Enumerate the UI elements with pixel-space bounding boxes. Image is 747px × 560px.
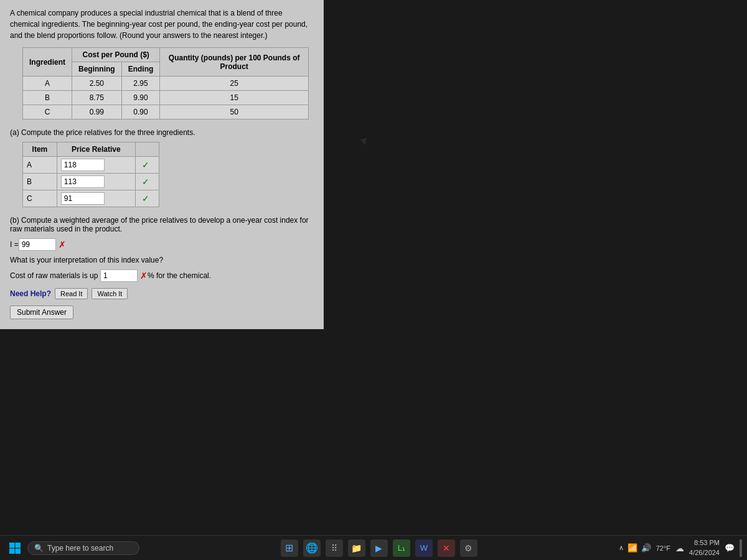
windows-icon [9, 542, 21, 554]
check-cell-a: ✓ [135, 157, 159, 174]
taskbar-icon-l1[interactable]: L₁ [393, 539, 410, 557]
part-a-label: (a) Compute the price relatives for the … [10, 128, 314, 137]
edge-icon: 🌐 [306, 542, 318, 554]
word-icon: W [420, 543, 428, 553]
taskbar-icon-x[interactable]: ✕ [438, 539, 455, 557]
quantity-a: 25 [160, 77, 309, 91]
search-placeholder: Type here to search [47, 544, 113, 553]
check-icon-c: ✓ [142, 194, 149, 203]
chevron-up-icon[interactable]: ∧ [619, 544, 624, 552]
taskbar-icon-media[interactable]: ▶ [370, 539, 388, 557]
price-input-b[interactable] [61, 175, 105, 188]
need-help-row: Need Help? Read It Watch It [10, 288, 314, 299]
x-app-icon: ✕ [443, 543, 450, 553]
quantity-c: 50 [160, 105, 309, 119]
i-value-row: I = ✗ [10, 238, 314, 251]
ending-a: 2.95 [121, 77, 160, 91]
svg-rect-1 [16, 543, 21, 548]
part-b-label: (b) Compute a weighted average of the pr… [10, 216, 314, 233]
beginning-b: 8.75 [72, 91, 122, 105]
cost-prefix-label: Cost of raw materials is up [10, 271, 98, 280]
time-display: 8:53 PM [689, 538, 720, 548]
beginning-a: 2.50 [72, 77, 122, 91]
read-it-button[interactable]: Read It [55, 288, 88, 299]
col-ending: Ending [121, 62, 160, 77]
data-table: Ingredient Cost per Pound ($) Quantity (… [22, 47, 309, 119]
speaker-icon: 🔊 [641, 543, 651, 553]
svg-rect-2 [9, 548, 15, 554]
gear-icon: ⚙ [464, 543, 472, 553]
quantity-b: 15 [160, 91, 309, 105]
taskbar: 🔍 Type here to search ⊞ 🌐 ⠿ 📁 ▶ L₁ [0, 535, 747, 560]
submit-button[interactable]: Submit Answer [10, 306, 73, 319]
price-col-relative: Price Relative [57, 142, 135, 157]
time-date-display: 8:53 PM 4/26/2024 [689, 538, 720, 558]
svg-rect-3 [16, 548, 21, 554]
col-ingredient: Ingredient [23, 48, 72, 77]
col-beginning: Beginning [72, 62, 122, 77]
price-input-cell-b [57, 174, 135, 190]
apps-icon: ⠿ [331, 543, 337, 553]
cloud-icon: ☁ [675, 543, 684, 553]
notification-icon[interactable]: 💬 [725, 543, 735, 553]
taskbar-app-icons: ⊞ 🌐 ⠿ 📁 ▶ L₁ W ✕ ⚙ [281, 539, 477, 557]
beginning-c: 0.99 [72, 105, 122, 119]
price-row-b: B ✓ [23, 174, 159, 190]
start-button[interactable] [5, 538, 25, 558]
price-input-cell-c [57, 190, 135, 207]
check-cell-c: ✓ [135, 190, 159, 207]
price-item-c: C [23, 190, 57, 207]
l1-icon: L₁ [398, 544, 405, 553]
price-col-status [135, 142, 159, 157]
i-x-icon: ✗ [59, 240, 66, 250]
col-cost-header: Cost per Pound ($) [72, 48, 160, 62]
taskbar-icon-edge[interactable]: 🌐 [303, 539, 321, 557]
search-icon: 🔍 [34, 544, 44, 553]
table-row: C 0.99 0.90 50 [23, 105, 309, 119]
table-row: B 8.75 9.90 15 [23, 91, 309, 105]
price-col-item: Item [23, 142, 57, 157]
check-icon-a: ✓ [142, 160, 149, 170]
interpretation-label: What is your interpretation of this inde… [10, 256, 314, 264]
price-item-b: B [23, 174, 57, 190]
price-row-a: A ✓ [23, 157, 159, 174]
table-row: A 2.50 2.95 25 [23, 77, 309, 91]
taskbar-right: ∧ 📶 🔊 72°F ☁ 8:53 PM 4/26/2024 💬 [619, 538, 742, 558]
watch-it-button[interactable]: Watch It [92, 288, 128, 299]
ending-c: 0.90 [121, 105, 160, 119]
taskbar-icon-word[interactable]: W [415, 539, 433, 557]
ingredient-a: A [23, 77, 72, 91]
problem-text: A chemical company produces a special in… [10, 7, 314, 41]
taskbar-icon-desktop[interactable]: ⊞ [281, 539, 298, 557]
taskbar-icon-apps[interactable]: ⠿ [326, 539, 343, 557]
show-desktop-icon[interactable] [740, 539, 742, 557]
price-row-c: C ✓ [23, 190, 159, 207]
need-help-label: Need Help? [10, 289, 51, 298]
cost-suffix-label: % for the chemical. [148, 271, 211, 280]
price-item-a: A [23, 157, 57, 174]
ingredient-b: B [23, 91, 72, 105]
price-input-c[interactable] [61, 192, 105, 205]
check-cell-b: ✓ [135, 174, 159, 190]
svg-rect-0 [9, 543, 15, 548]
temperature-display: 72°F [656, 544, 670, 552]
desktop-icon: ⊞ [285, 542, 293, 554]
part-b-section: (b) Compute a weighted average of the pr… [10, 216, 314, 282]
taskbar-icon-settings[interactable]: ⚙ [460, 539, 477, 557]
price-input-a[interactable] [61, 159, 105, 171]
cost-input[interactable] [100, 269, 138, 282]
taskbar-icon-files[interactable]: 📁 [348, 539, 365, 557]
i-input[interactable] [19, 238, 56, 251]
network-icon: 📶 [627, 543, 637, 553]
check-icon-b: ✓ [142, 177, 149, 187]
search-bar[interactable]: 🔍 Type here to search [27, 541, 139, 555]
cost-row: Cost of raw materials is up ✗ % for the … [10, 269, 314, 282]
ingredient-c: C [23, 105, 72, 119]
i-equals-label: I = [10, 240, 19, 249]
price-relative-table: Item Price Relative A ✓ B [22, 142, 159, 207]
date-display: 4/26/2024 [689, 548, 720, 558]
cost-x-icon: ✗ [140, 271, 148, 281]
price-input-cell-a [57, 157, 135, 174]
files-icon: 📁 [351, 543, 362, 553]
ending-b: 9.90 [121, 91, 160, 105]
